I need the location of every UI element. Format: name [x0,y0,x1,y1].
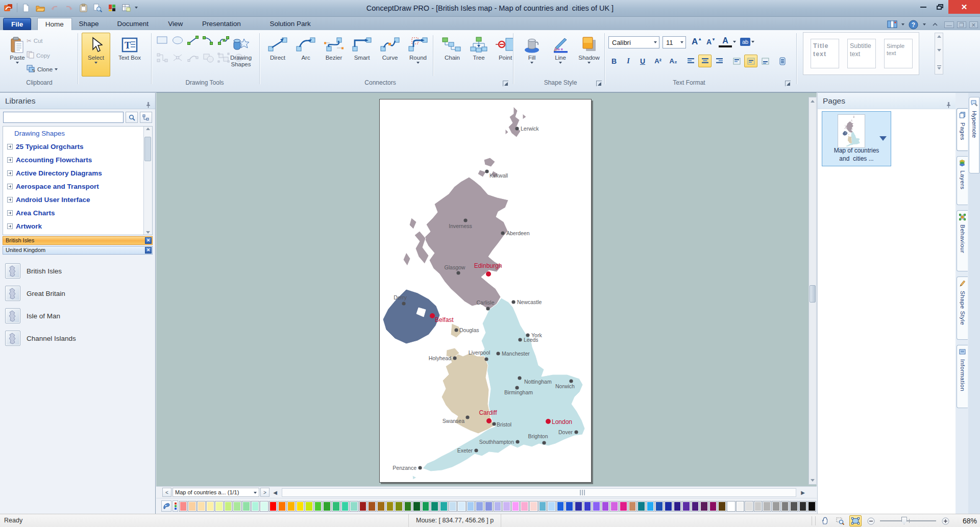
bold-button[interactable]: B [607,55,621,67]
library-tree-item-aerospace-and-transport[interactable]: Aerospace and Transport [3,180,152,193]
color-swatch[interactable] [745,501,753,512]
tab-view[interactable]: View [160,18,190,30]
color-swatch[interactable] [296,501,305,512]
color-swatch[interactable] [251,501,260,512]
select-button[interactable]: Select [82,33,110,77]
connectors-dialog-launcher[interactable] [503,81,508,86]
undo-icon[interactable] [49,2,60,14]
text-format-dialog-launcher[interactable] [785,81,791,86]
tab-pages[interactable]: Pages [957,108,968,151]
pan-hand-icon[interactable] [819,515,831,526]
page-thumbnail-card[interactable]: Map of countriesand cities ... [822,111,891,166]
color-swatch[interactable] [269,501,278,512]
zoom-slider-thumb[interactable] [901,517,907,524]
city-southhampton[interactable]: Southhampton [479,439,520,445]
connector-point-button[interactable]: Point [491,33,520,77]
new-document-icon[interactable] [20,2,32,14]
library-tree-item-accounting-flowcharts[interactable]: Accounting Flowcharts [3,153,152,166]
connector-arc-button[interactable]: Arc [291,33,320,77]
drawing-shapes-button[interactable]: Drawing Shapes [227,33,255,77]
color-swatch[interactable] [601,501,610,512]
line-tool[interactable] [187,35,199,47]
vertical-scrollbar[interactable] [808,97,817,485]
color-swatch[interactable] [520,501,529,512]
gallery-expand-icon[interactable] [937,63,942,72]
panel-layout-caret-icon[interactable] [901,23,904,26]
color-swatch[interactable] [350,501,358,512]
align-center-button[interactable] [698,55,712,67]
library-tree-item-android-user-interface[interactable]: Android User Interface [3,193,152,206]
minimize-button[interactable] [915,0,932,14]
color-swatch[interactable] [799,501,807,512]
color-swatch[interactable] [655,501,664,512]
color-swatch[interactable] [494,501,502,512]
tab-presentation[interactable]: Presentation [194,18,249,30]
shadow-button[interactable]: Shadow [575,33,603,77]
city-kirkwall[interactable]: Kirkwall [485,169,508,179]
color-swatch[interactable] [467,501,475,512]
library-tree-item-area-charts[interactable]: Area Charts [3,206,152,219]
customize-quick-access-icon[interactable] [135,7,138,9]
color-swatch[interactable] [502,501,511,512]
city-manchester[interactable]: Manchester [496,350,530,357]
zoom-in-icon[interactable] [939,515,951,526]
library-item-channel-islands[interactable]: Channel Islands [5,327,155,349]
tab-shape-style[interactable]: Shape Style [957,277,968,340]
color-swatch[interactable] [197,501,206,512]
restore-button[interactable] [932,0,948,14]
color-swatch[interactable] [700,501,708,512]
style-card-subtitle-text[interactable]: Subtitle text [847,39,876,68]
color-swatch[interactable] [754,501,763,512]
color-swatch[interactable] [449,501,457,512]
open-folder-icon[interactable] [35,2,46,14]
tab-hypernote[interactable]: Hypernote [969,97,979,173]
italic-button[interactable]: I [622,55,635,67]
color-swatch[interactable] [206,501,215,512]
color-swatch[interactable] [386,501,395,512]
valign-middle-button[interactable] [744,55,757,67]
palette-brush-icon[interactable] [161,500,172,512]
color-swatch[interactable] [233,501,241,512]
tree-scroll-down-icon[interactable] [146,231,150,234]
connector-chain-button[interactable]: Chain [438,33,467,77]
fit-page-icon[interactable] [849,515,862,526]
color-swatch[interactable] [529,501,538,512]
arc-tool[interactable] [202,35,214,47]
color-swatch[interactable] [484,501,493,512]
color-swatch[interactable] [475,501,484,512]
page-menu-caret-icon[interactable] [879,136,887,141]
color-swatch[interactable] [709,501,718,512]
color-swatch[interactable] [727,501,736,512]
style-card-title-text[interactable]: Title text [811,39,839,68]
connector-tree-button[interactable]: Tree [464,33,493,77]
document-page[interactable]: LerwickKirkwallInvernessAberdeenGlasgowE… [379,99,592,483]
color-swatch[interactable] [179,501,188,512]
library-tree-item-drawing-shapes[interactable]: Drawing Shapes [3,127,152,140]
valign-top-button[interactable] [730,55,743,67]
align-left-button[interactable] [684,55,697,67]
expand-icon[interactable] [7,210,13,216]
color-swatch[interactable] [377,501,385,512]
color-swatch[interactable] [556,501,565,512]
color-swatch[interactable] [341,501,350,512]
tab-solution-park[interactable]: Solution Park [262,18,318,30]
color-swatch[interactable] [574,501,583,512]
color-swatch[interactable] [511,501,520,512]
tab-document[interactable]: Document [110,18,157,30]
expand-icon[interactable] [7,170,13,176]
color-swatch[interactable] [718,501,726,512]
next-page-button[interactable]: > [260,488,270,497]
color-swatch[interactable] [457,501,466,512]
zoom-area-icon[interactable] [834,515,846,526]
city-penzance[interactable]: Penzance [393,465,422,471]
color-swatch[interactable] [691,501,700,512]
close-icon[interactable]: ✕ [145,247,152,254]
ellipse-tool[interactable] [172,35,184,47]
document-window-controls[interactable]: —❐✕ [944,21,978,28]
color-swatch[interactable] [547,501,556,512]
font-family-combo[interactable]: Calibri [608,36,659,48]
uk-map[interactable]: LerwickKirkwallInvernessAberdeenGlasgowE… [380,99,591,482]
color-swatch[interactable] [807,501,816,512]
library-tree-item-artwork[interactable]: Artwork [3,219,152,233]
font-size-combo[interactable]: 11 [663,36,686,48]
